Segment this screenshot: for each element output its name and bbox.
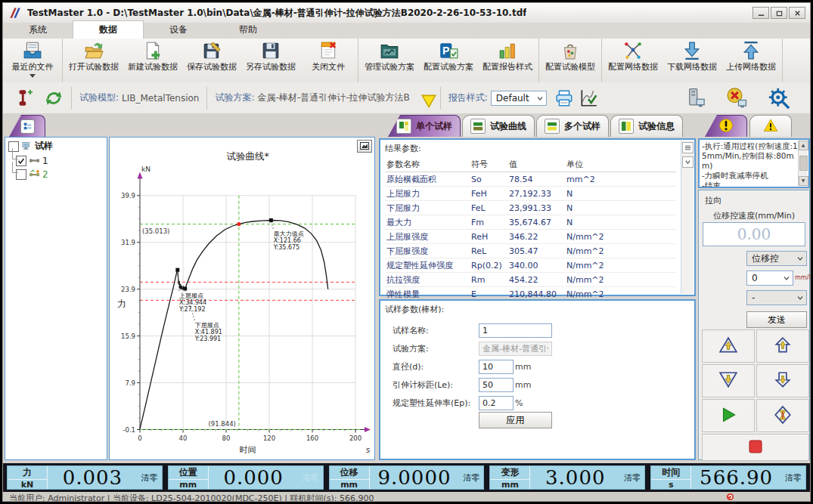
form-field-label: 引伸计标距(Le): bbox=[393, 379, 477, 391]
send-button[interactable]: 发送 bbox=[746, 311, 807, 328]
apply-button[interactable]: 应用 bbox=[479, 412, 552, 428]
toolbar-button-save-as[interactable]: 另存试验数据 bbox=[241, 39, 300, 82]
menu-tab-2[interactable]: 设备 bbox=[144, 21, 213, 39]
tab-specimen-tree[interactable] bbox=[9, 115, 45, 137]
toolbar-button-label: 最近的文件 bbox=[12, 61, 54, 73]
results-row[interactable]: 最大力Fm35,674.67N bbox=[385, 215, 676, 230]
jog-up-button[interactable] bbox=[756, 329, 809, 363]
settings-gear-icon[interactable] bbox=[768, 87, 790, 110]
results-cell: 78.54 bbox=[507, 172, 565, 187]
report-style-select[interactable]: Default bbox=[491, 91, 547, 106]
results-menu-icon[interactable] bbox=[682, 142, 694, 153]
results-collapse-icon[interactable] bbox=[682, 156, 694, 168]
zero-button[interactable]: 清零 bbox=[620, 466, 644, 489]
tree-item-2[interactable]: 2 bbox=[5, 166, 107, 180]
readout-value: 566.90 bbox=[691, 466, 781, 489]
menu-bar: 系统数据设备帮助 bbox=[3, 23, 810, 39]
zero-button[interactable]: 清零 bbox=[459, 466, 483, 489]
form-field-label: 直径(d): bbox=[393, 361, 477, 373]
readout-1: 位置mm0.000清零 bbox=[168, 465, 324, 490]
jog-fast-up-button[interactable] bbox=[702, 329, 755, 363]
toolbar-button-upload[interactable]: 上传网络数据 bbox=[721, 39, 780, 82]
download-icon bbox=[682, 41, 702, 60]
menu-tab-1[interactable]: 数据 bbox=[73, 20, 144, 39]
machine-device-icon[interactable] bbox=[683, 87, 706, 110]
jog-fast-down-button[interactable] bbox=[702, 364, 755, 397]
tab-info-icon bbox=[621, 121, 631, 131]
form-field-input[interactable] bbox=[479, 396, 514, 410]
report-check-icon[interactable] bbox=[579, 88, 598, 108]
toolbar-button-config-model[interactable]: 配置试验模型 bbox=[541, 39, 600, 82]
close-button[interactable] bbox=[789, 7, 805, 19]
control-mode-select[interactable]: 位移控 bbox=[746, 251, 807, 266]
results-row[interactable]: 上屈服力FeH27,192.33N bbox=[385, 187, 676, 201]
toolbar-button-recent-files[interactable]: 最近的文件 bbox=[5, 39, 61, 82]
print-icon[interactable] bbox=[554, 88, 574, 108]
computer-icon bbox=[21, 141, 33, 152]
menu-tab-0[interactable]: 系统 bbox=[3, 21, 73, 39]
svg-text:160: 160 bbox=[306, 434, 318, 442]
chart-tool-button[interactable] bbox=[357, 140, 372, 153]
toolbar-group-4: 配置网络数据下载网络数据上传网络数据 bbox=[602, 39, 783, 82]
results-row[interactable]: 原始横截面积So78.54mm^2 bbox=[385, 172, 676, 187]
log-scrollbar[interactable]: ▲ ▼ bbox=[798, 141, 808, 186]
results-cell: 下屈服强度 bbox=[385, 244, 470, 258]
results-row[interactable]: 抗拉强度Rm454.22N/mm^2 bbox=[385, 273, 676, 287]
form-field-input[interactable] bbox=[479, 323, 552, 338]
scroll-up-icon[interactable]: ▲ bbox=[799, 141, 808, 150]
refresh-icon[interactable] bbox=[44, 88, 64, 108]
speed-caption: 位移控速度(mm/Min) bbox=[699, 210, 809, 221]
tab-0[interactable]: 单个试样 bbox=[388, 115, 461, 137]
zero-button[interactable]: 清零 bbox=[138, 466, 162, 489]
disconnect-icon[interactable] bbox=[725, 87, 748, 110]
scheme-dropdown-icon[interactable] bbox=[419, 91, 433, 105]
scroll-down-icon[interactable]: ▼ bbox=[799, 176, 808, 186]
results-row[interactable]: 规定塑性延伸强度Rp(0.2)340.00N/mm^2 bbox=[385, 258, 676, 273]
toolbar-button-close-file[interactable]: 关闭文件 bbox=[300, 39, 356, 82]
zero-button[interactable]: 清零 bbox=[781, 466, 805, 489]
menu-tab-3[interactable]: 帮助 bbox=[213, 21, 283, 39]
form-field-input[interactable] bbox=[479, 378, 514, 392]
add-specimen-icon[interactable] bbox=[14, 88, 33, 108]
tab-1[interactable]: 试验曲线 bbox=[462, 115, 535, 137]
tree-root-row[interactable]: 试样 bbox=[5, 138, 107, 153]
tab-process-log[interactable] bbox=[705, 115, 747, 137]
results-row[interactable]: 上屈服强度ReH346.22N/mm^2 bbox=[385, 230, 676, 244]
svg-text:31.9: 31.9 bbox=[121, 239, 135, 246]
toolbar-button-save-edit[interactable]: 保存试验数据 bbox=[182, 39, 241, 82]
toolbar-button-report-style[interactable]: 配置报告样式 bbox=[478, 39, 537, 82]
arrow-down-icon bbox=[773, 370, 793, 392]
manual-control-panel: 拉向 位移控速度(mm/Min) 0.00 位移控 0 mm/Min - 发送 bbox=[698, 190, 810, 460]
speed-value-select[interactable]: 0 bbox=[746, 271, 793, 286]
tree-item-1[interactable]: 1 bbox=[5, 153, 107, 166]
toolbar-button-manage-scheme[interactable]: 管理试验方案 bbox=[360, 39, 419, 82]
scroll-thumb[interactable] bbox=[799, 156, 808, 171]
minimize-button[interactable] bbox=[752, 7, 769, 19]
toolbar-button-config-scheme[interactable]: P配置试验方案 bbox=[419, 39, 478, 82]
new-file-icon bbox=[143, 41, 163, 60]
start-button[interactable] bbox=[702, 399, 755, 432]
toolbar-button-new-file[interactable]: 新建试验数据 bbox=[123, 39, 182, 82]
toolbar-button-open-folder[interactable]: 打开试验数据 bbox=[64, 39, 123, 82]
toolbar-button-label: 管理试验方案 bbox=[365, 61, 414, 73]
results-col-header: 值 bbox=[507, 157, 565, 172]
toolbar-group-2: 管理试验方案P配置试验方案配置报告样式 bbox=[358, 39, 539, 82]
results-row[interactable]: 下屈服力FeL23,991.33N bbox=[385, 201, 676, 215]
results-row[interactable]: 下屈服强度ReL305.47N/mm^2 bbox=[385, 244, 676, 258]
scheme-label: 试验方案: bbox=[215, 91, 254, 104]
toolbar-button-download[interactable]: 下载网络数据 bbox=[663, 39, 721, 82]
restore-button[interactable] bbox=[771, 7, 787, 19]
aux-select[interactable]: - bbox=[746, 290, 807, 305]
results-table: 参数名称符号值单位原始横截面积So78.54mm^2上屈服力FeH27,192.… bbox=[385, 157, 676, 301]
toolbar-button-network-config[interactable]: 配置网络数据 bbox=[604, 39, 663, 82]
return-center-button[interactable] bbox=[756, 399, 809, 432]
jog-down-button[interactable] bbox=[756, 364, 809, 397]
stop-button[interactable] bbox=[702, 434, 809, 461]
tab-warnings[interactable] bbox=[749, 115, 792, 137]
tab-3[interactable]: 试验信息 bbox=[610, 115, 683, 137]
results-col-header: 单位 bbox=[565, 157, 618, 172]
form-field-input[interactable] bbox=[479, 360, 514, 374]
readout-label-box: 时间s bbox=[651, 466, 691, 489]
toolbar-button-label: 配置试验模型 bbox=[545, 61, 595, 73]
tab-2[interactable]: 多个试样 bbox=[536, 115, 609, 137]
